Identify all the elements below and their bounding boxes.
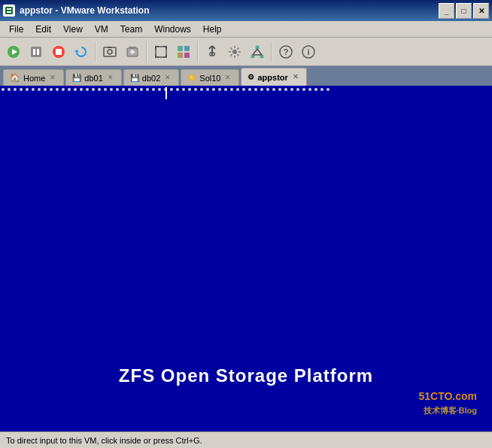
tab-appstor[interactable]: ⚙ appstor ✕ bbox=[241, 68, 306, 86]
fullscreen-button[interactable] bbox=[150, 41, 172, 62]
usb-button[interactable] bbox=[202, 41, 223, 62]
watermark: 51CTO.com 技术博客·Blog bbox=[418, 389, 477, 417]
menu-vm[interactable]: VM bbox=[89, 23, 114, 36]
tab-db01[interactable]: 💾 db01 ✕ bbox=[65, 69, 121, 86]
screenshot-button[interactable] bbox=[99, 41, 120, 62]
terminal-dot bbox=[254, 88, 257, 91]
svg-rect-0 bbox=[5, 7, 13, 14]
tab-db01-close[interactable]: ✕ bbox=[106, 74, 115, 82]
terminal-dot bbox=[194, 88, 197, 91]
terminal-dot bbox=[248, 88, 251, 91]
svg-rect-28 bbox=[256, 46, 259, 49]
svg-rect-1 bbox=[7, 8, 11, 10]
tab-home-close[interactable]: ✕ bbox=[48, 74, 57, 82]
watermark-site: 51CTO.com bbox=[418, 389, 477, 404]
terminal-dots bbox=[2, 88, 333, 91]
terminal-dot bbox=[260, 88, 263, 91]
tab-db02-label: db02 bbox=[142, 74, 160, 83]
app-icon bbox=[3, 5, 15, 17]
tab-appstor-close[interactable]: ✕ bbox=[291, 73, 300, 81]
tab-home-label: Home bbox=[23, 74, 45, 83]
terminal-dot bbox=[182, 88, 185, 91]
svg-rect-11 bbox=[104, 47, 116, 56]
terminal-dot bbox=[14, 88, 17, 91]
terminal-dot bbox=[302, 88, 305, 91]
terminal-dot bbox=[110, 88, 113, 91]
terminal-dot bbox=[104, 88, 107, 91]
tab-bar: 🏠 Home ✕ 💾 db01 ✕ 💾 db02 ✕ ☀️ Sol10 ✕ ⚙ … bbox=[0, 66, 492, 86]
zfs-platform-text: ZFS Open Storage Platform bbox=[0, 365, 492, 386]
terminal-dot bbox=[158, 88, 161, 91]
tab-db01-icon: 💾 bbox=[72, 74, 81, 82]
menu-help[interactable]: Help bbox=[197, 23, 228, 36]
terminal-dot bbox=[230, 88, 233, 91]
tab-home-icon: 🏠 bbox=[10, 73, 20, 83]
terminal-dot bbox=[326, 88, 330, 91]
suspend-button[interactable] bbox=[26, 41, 47, 62]
window-controls: _ □ ✕ bbox=[439, 3, 489, 19]
toolbar-separator-2 bbox=[146, 41, 147, 62]
svg-rect-20 bbox=[184, 46, 190, 51]
svg-line-32 bbox=[257, 49, 262, 55]
svg-text:?: ? bbox=[284, 47, 289, 56]
power-off-button[interactable] bbox=[48, 41, 69, 62]
svg-rect-9 bbox=[56, 49, 62, 55]
terminal-dot bbox=[32, 88, 35, 91]
tab-sol10-close[interactable]: ✕ bbox=[223, 74, 232, 82]
terminal-dot bbox=[80, 88, 83, 91]
tab-db02[interactable]: 💾 db02 ✕ bbox=[123, 69, 179, 86]
tab-home[interactable]: 🏠 Home ✕ bbox=[3, 69, 64, 86]
about-button[interactable]: i bbox=[298, 41, 319, 62]
snapshot-button[interactable] bbox=[122, 41, 143, 62]
terminal-dot bbox=[212, 88, 215, 91]
minimize-button[interactable]: _ bbox=[439, 3, 454, 19]
svg-line-31 bbox=[253, 49, 257, 55]
svg-rect-5 bbox=[31, 47, 41, 57]
svg-rect-18 bbox=[156, 47, 166, 57]
vm-viewport[interactable]: ZFS Open Storage Platform 51CTO.com 技术博客… bbox=[0, 86, 492, 431]
menu-edit[interactable]: Edit bbox=[29, 23, 57, 36]
menu-view[interactable]: View bbox=[57, 23, 89, 36]
terminal-dot bbox=[296, 88, 299, 91]
terminal-dot bbox=[2, 88, 5, 91]
menu-windows[interactable]: Windows bbox=[148, 23, 197, 36]
power-on-button[interactable] bbox=[3, 41, 24, 62]
watermark-subtitle: 技术博客·Blog bbox=[418, 404, 477, 417]
terminal-dot bbox=[74, 88, 77, 91]
toolbar: ? i bbox=[0, 38, 492, 66]
unity-button[interactable] bbox=[173, 41, 194, 62]
tab-sol10-label: Sol10 bbox=[199, 74, 220, 83]
toolbar-separator-3 bbox=[197, 41, 199, 62]
tab-db02-close[interactable]: ✕ bbox=[163, 74, 172, 82]
settings-button[interactable] bbox=[224, 41, 245, 62]
terminal-dot bbox=[290, 88, 293, 91]
tab-appstor-icon: ⚙ bbox=[248, 73, 254, 81]
terminal-dot bbox=[122, 88, 125, 91]
status-bar: To direct input to this VM, click inside… bbox=[0, 431, 492, 448]
svg-rect-13 bbox=[108, 47, 112, 48]
terminal-dot bbox=[8, 88, 11, 91]
maximize-button[interactable]: □ bbox=[456, 3, 472, 19]
status-message: To direct input to this VM, click inside… bbox=[6, 436, 202, 445]
terminal-dot bbox=[242, 88, 245, 91]
close-button[interactable]: ✕ bbox=[473, 3, 489, 19]
svg-rect-15 bbox=[129, 47, 136, 49]
terminal-dot bbox=[218, 88, 221, 91]
terminal-dot bbox=[224, 88, 227, 91]
menu-team[interactable]: Team bbox=[114, 23, 148, 36]
terminal-dot bbox=[26, 88, 29, 91]
terminal-dot bbox=[20, 88, 23, 91]
svg-rect-21 bbox=[178, 53, 183, 58]
tab-sol10[interactable]: ☀️ Sol10 ✕ bbox=[181, 69, 239, 86]
terminal-dot bbox=[44, 88, 47, 91]
terminal-dot bbox=[92, 88, 95, 91]
menu-file[interactable]: File bbox=[3, 23, 29, 36]
refresh-button[interactable] bbox=[71, 41, 92, 62]
terminal-dot bbox=[98, 88, 101, 91]
terminal-dot bbox=[128, 88, 131, 91]
network-button[interactable] bbox=[247, 41, 268, 62]
help-button[interactable]: ? bbox=[275, 41, 296, 62]
tab-db02-icon: 💾 bbox=[130, 74, 139, 82]
terminal-dot bbox=[56, 88, 59, 91]
terminal-cursor bbox=[166, 87, 167, 99]
